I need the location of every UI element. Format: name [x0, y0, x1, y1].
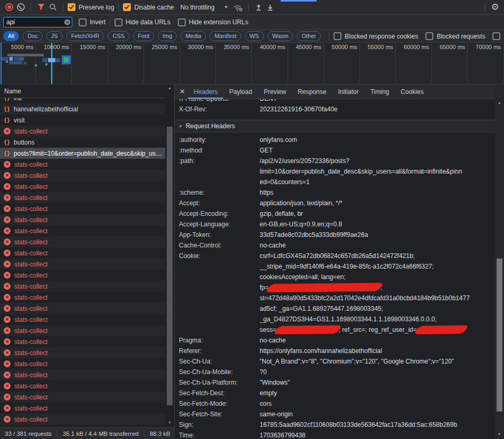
- throttling-select[interactable]: No throttling ▼: [180, 4, 229, 11]
- request-row[interactable]: ✕stats-collect: [0, 414, 165, 425]
- third-party-requests-toggle[interactable]: 3rd-party requests: [492, 32, 504, 40]
- close-icon[interactable]: ✕: [179, 88, 185, 96]
- request-row[interactable]: ✕stats-collect: [0, 259, 165, 270]
- name-column-header[interactable]: Name: [0, 84, 174, 98]
- disable-cache-toggle[interactable]: Disable cache: [123, 3, 174, 11]
- network-conditions-button[interactable]: [232, 2, 244, 13]
- clear-filter-icon[interactable]: ✕: [64, 20, 70, 25]
- request-row[interactable]: {}buttons: [0, 137, 165, 148]
- request-name: stats-collect: [14, 227, 47, 235]
- tab-timing[interactable]: Timing: [365, 84, 395, 99]
- filter-pill-font[interactable]: Font: [133, 31, 154, 41]
- request-row[interactable]: ✕stats-collect: [0, 303, 165, 314]
- detail-scrollbar[interactable]: ▲ ▼: [495, 84, 504, 439]
- scroll-up-icon[interactable]: ▲: [495, 99, 504, 107]
- request-row[interactable]: ✕stats-collect: [0, 203, 165, 214]
- tab-initiator[interactable]: Initiator: [332, 84, 364, 99]
- import-har-button[interactable]: [253, 2, 264, 13]
- tab-response[interactable]: Response: [292, 84, 332, 99]
- request-row[interactable]: ✕stats-collect: [0, 314, 165, 325]
- request-row[interactable]: ✕stats-collect: [0, 236, 165, 247]
- request-detail-pane: ✕ HeadersPayloadPreviewResponseInitiator…: [175, 84, 504, 439]
- request-row[interactable]: ✕stats-collect: [0, 380, 165, 392]
- hide-data-urls-checkbox[interactable]: [115, 18, 122, 26]
- preserve-log-checkbox[interactable]: [68, 3, 75, 11]
- request-row[interactable]: {}visit: [0, 114, 165, 126]
- request-row[interactable]: ✕stats-collect: [0, 170, 165, 181]
- request-row[interactable]: {}hannahelizabethofficial: [0, 103, 165, 114]
- waterfall-bar: [45, 63, 47, 65]
- filter-pill-other[interactable]: Other: [297, 31, 321, 41]
- request-row[interactable]: ✕stats-collect: [0, 225, 165, 236]
- error-icon: ✕: [4, 205, 11, 212]
- hide-extension-urls-toggle[interactable]: Hide extension URLs: [178, 18, 249, 26]
- header-value: /api2/v2/users/20572336/posts?limit=10&o…: [260, 156, 495, 187]
- scroll-down-icon[interactable]: ▼: [165, 419, 174, 426]
- tab-preview[interactable]: Preview: [258, 84, 292, 99]
- resources-size: 88.3 kB: [150, 431, 170, 437]
- filter-pill-wasm[interactable]: Wasm: [268, 31, 293, 41]
- invert-toggle[interactable]: Invert: [79, 18, 106, 26]
- request-row[interactable]: ✕stats-collect: [0, 214, 165, 225]
- blocked-response-cookies-toggle[interactable]: Blocked response cookies: [334, 32, 418, 40]
- filter-pill-doc[interactable]: Doc: [23, 31, 43, 41]
- scrollbar-thumb[interactable]: [497, 259, 502, 412]
- request-name: stats-collect: [14, 305, 47, 312]
- scroll-down-icon[interactable]: ▼: [495, 431, 504, 438]
- tab-cookies[interactable]: Cookies: [395, 84, 429, 99]
- request-row[interactable]: ✕stats-collect: [0, 325, 165, 336]
- filter-pill-all[interactable]: All: [3, 31, 19, 41]
- request-row[interactable]: {}posts?limit=10&order=publish_date_desc…: [0, 148, 165, 159]
- blocked-response-cookies-checkbox[interactable]: [334, 32, 341, 40]
- request-row[interactable]: ✕stats-collect: [0, 181, 165, 192]
- record-button[interactable]: [3, 2, 15, 13]
- filter-pill-media[interactable]: Media: [180, 31, 206, 41]
- filter-pill-ws[interactable]: WS: [245, 31, 264, 41]
- filter-pill-manifest[interactable]: Manifest: [210, 31, 241, 41]
- export-har-button[interactable]: [264, 2, 276, 13]
- filter-input[interactable]: [3, 17, 72, 27]
- request-row[interactable]: ✕stats-collect: [0, 403, 165, 414]
- filter-button[interactable]: [35, 2, 47, 13]
- tab-payload[interactable]: Payload: [223, 84, 258, 99]
- filter-pill-img[interactable]: Img: [158, 31, 177, 41]
- request-headers-section[interactable]: ▼ Request Headers: [175, 120, 495, 132]
- filter-pill-fetch-xhr[interactable]: Fetch/XHR: [66, 31, 104, 41]
- overview-selection-line: [51, 43, 52, 84]
- request-row[interactable]: {}init: [0, 98, 165, 103]
- timeline-overview[interactable]: 5000 ms10000 ms15000 ms20000 ms25000 ms3…: [0, 43, 504, 84]
- request-row[interactable]: ✕stats-collect: [0, 369, 165, 380]
- tab-headers[interactable]: Headers: [188, 84, 223, 99]
- request-row[interactable]: ✕stats-collect: [0, 358, 165, 369]
- search-button[interactable]: [47, 2, 59, 13]
- settings-button[interactable]: ⚙: [489, 2, 501, 13]
- scroll-up-icon[interactable]: ▲: [165, 84, 174, 92]
- clear-log-button[interactable]: [15, 2, 26, 13]
- value-text: csrf=LdfcGX4Sa72db06824c657db26a5d142472…: [260, 252, 415, 260]
- request-row[interactable]: ✕stats-collect: [0, 292, 165, 303]
- request-row[interactable]: ✕stats-collect: [0, 159, 165, 170]
- blocked-requests-toggle[interactable]: Blocked requests: [425, 32, 485, 40]
- request-row[interactable]: ✕stats-collect: [0, 392, 165, 403]
- hide-data-urls-label: Hide data URLs: [126, 18, 170, 26]
- hide-data-urls-toggle[interactable]: Hide data URLs: [115, 18, 170, 26]
- request-row[interactable]: ✕stats-collect: [0, 281, 165, 292]
- request-row[interactable]: ✕stats-collect: [0, 347, 165, 358]
- request-row[interactable]: ✕stats-collect: [0, 192, 165, 203]
- filter-pill-css[interactable]: CSS: [108, 31, 129, 41]
- hide-extension-urls-checkbox[interactable]: [178, 18, 186, 26]
- preserve-log-toggle[interactable]: Preserve log: [68, 3, 114, 11]
- waterfall-bar: [56, 58, 60, 62]
- request-row[interactable]: ✕stats-collect: [0, 247, 165, 259]
- request-name: visit: [14, 117, 25, 124]
- blocked-requests-checkbox[interactable]: [425, 32, 433, 40]
- request-row[interactable]: ✕stats-collect: [0, 270, 165, 281]
- invert-checkbox[interactable]: [79, 18, 87, 26]
- third-party-requests-checkbox[interactable]: [492, 32, 500, 40]
- scrollbar-thumb[interactable]: [167, 127, 173, 405]
- request-row[interactable]: ✕stats-collect: [0, 126, 165, 137]
- disable-cache-checkbox[interactable]: [123, 3, 131, 11]
- request-row[interactable]: ✕stats-collect: [0, 336, 165, 347]
- request-list-scrollbar[interactable]: ▲ ▼: [165, 84, 174, 427]
- filter-pill-js[interactable]: JS: [46, 31, 63, 41]
